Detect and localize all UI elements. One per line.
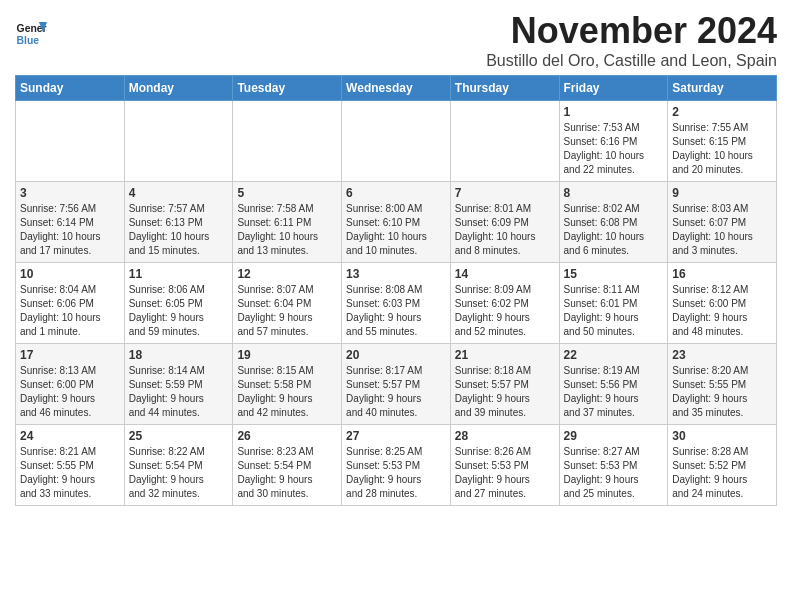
calendar-cell [342, 101, 451, 182]
day-number: 3 [20, 186, 120, 200]
calendar-cell: 1Sunrise: 7:53 AM Sunset: 6:16 PM Daylig… [559, 101, 668, 182]
day-number: 21 [455, 348, 555, 362]
day-info: Sunrise: 8:21 AM Sunset: 5:55 PM Dayligh… [20, 445, 120, 501]
day-number: 5 [237, 186, 337, 200]
calendar-week-1: 1Sunrise: 7:53 AM Sunset: 6:16 PM Daylig… [16, 101, 777, 182]
calendar-cell: 14Sunrise: 8:09 AM Sunset: 6:02 PM Dayli… [450, 263, 559, 344]
calendar-cell [450, 101, 559, 182]
day-info: Sunrise: 8:20 AM Sunset: 5:55 PM Dayligh… [672, 364, 772, 420]
calendar-cell [233, 101, 342, 182]
calendar-cell: 7Sunrise: 8:01 AM Sunset: 6:09 PM Daylig… [450, 182, 559, 263]
calendar-cell: 9Sunrise: 8:03 AM Sunset: 6:07 PM Daylig… [668, 182, 777, 263]
day-info: Sunrise: 8:26 AM Sunset: 5:53 PM Dayligh… [455, 445, 555, 501]
day-number: 26 [237, 429, 337, 443]
calendar-cell: 5Sunrise: 7:58 AM Sunset: 6:11 PM Daylig… [233, 182, 342, 263]
day-info: Sunrise: 8:06 AM Sunset: 6:05 PM Dayligh… [129, 283, 229, 339]
day-info: Sunrise: 8:22 AM Sunset: 5:54 PM Dayligh… [129, 445, 229, 501]
day-info: Sunrise: 8:15 AM Sunset: 5:58 PM Dayligh… [237, 364, 337, 420]
day-info: Sunrise: 8:11 AM Sunset: 6:01 PM Dayligh… [564, 283, 664, 339]
day-number: 4 [129, 186, 229, 200]
day-number: 17 [20, 348, 120, 362]
calendar-cell: 21Sunrise: 8:18 AM Sunset: 5:57 PM Dayli… [450, 344, 559, 425]
day-header-friday: Friday [559, 76, 668, 101]
day-number: 18 [129, 348, 229, 362]
day-number: 14 [455, 267, 555, 281]
day-info: Sunrise: 7:55 AM Sunset: 6:15 PM Dayligh… [672, 121, 772, 177]
day-info: Sunrise: 8:23 AM Sunset: 5:54 PM Dayligh… [237, 445, 337, 501]
calendar-cell: 19Sunrise: 8:15 AM Sunset: 5:58 PM Dayli… [233, 344, 342, 425]
calendar-cell: 20Sunrise: 8:17 AM Sunset: 5:57 PM Dayli… [342, 344, 451, 425]
calendar-week-2: 3Sunrise: 7:56 AM Sunset: 6:14 PM Daylig… [16, 182, 777, 263]
day-number: 6 [346, 186, 446, 200]
calendar-cell: 28Sunrise: 8:26 AM Sunset: 5:53 PM Dayli… [450, 425, 559, 506]
day-number: 1 [564, 105, 664, 119]
calendar-cell: 13Sunrise: 8:08 AM Sunset: 6:03 PM Dayli… [342, 263, 451, 344]
day-info: Sunrise: 8:19 AM Sunset: 5:56 PM Dayligh… [564, 364, 664, 420]
day-number: 16 [672, 267, 772, 281]
day-number: 2 [672, 105, 772, 119]
calendar-cell: 17Sunrise: 8:13 AM Sunset: 6:00 PM Dayli… [16, 344, 125, 425]
day-info: Sunrise: 8:13 AM Sunset: 6:00 PM Dayligh… [20, 364, 120, 420]
day-info: Sunrise: 8:28 AM Sunset: 5:52 PM Dayligh… [672, 445, 772, 501]
day-number: 29 [564, 429, 664, 443]
day-number: 8 [564, 186, 664, 200]
header: General Blue November 2024 Bustillo del … [15, 10, 777, 70]
day-info: Sunrise: 8:00 AM Sunset: 6:10 PM Dayligh… [346, 202, 446, 258]
calendar-cell: 10Sunrise: 8:04 AM Sunset: 6:06 PM Dayli… [16, 263, 125, 344]
day-info: Sunrise: 7:53 AM Sunset: 6:16 PM Dayligh… [564, 121, 664, 177]
calendar-week-4: 17Sunrise: 8:13 AM Sunset: 6:00 PM Dayli… [16, 344, 777, 425]
calendar-cell: 8Sunrise: 8:02 AM Sunset: 6:08 PM Daylig… [559, 182, 668, 263]
day-number: 12 [237, 267, 337, 281]
day-info: Sunrise: 8:09 AM Sunset: 6:02 PM Dayligh… [455, 283, 555, 339]
day-info: Sunrise: 8:02 AM Sunset: 6:08 PM Dayligh… [564, 202, 664, 258]
day-info: Sunrise: 8:14 AM Sunset: 5:59 PM Dayligh… [129, 364, 229, 420]
svg-text:Blue: Blue [17, 35, 40, 46]
day-number: 30 [672, 429, 772, 443]
calendar-cell: 15Sunrise: 8:11 AM Sunset: 6:01 PM Dayli… [559, 263, 668, 344]
calendar-table: SundayMondayTuesdayWednesdayThursdayFrid… [15, 75, 777, 506]
day-info: Sunrise: 8:27 AM Sunset: 5:53 PM Dayligh… [564, 445, 664, 501]
calendar-cell: 23Sunrise: 8:20 AM Sunset: 5:55 PM Dayli… [668, 344, 777, 425]
day-info: Sunrise: 8:07 AM Sunset: 6:04 PM Dayligh… [237, 283, 337, 339]
day-info: Sunrise: 8:25 AM Sunset: 5:53 PM Dayligh… [346, 445, 446, 501]
calendar-week-3: 10Sunrise: 8:04 AM Sunset: 6:06 PM Dayli… [16, 263, 777, 344]
day-number: 25 [129, 429, 229, 443]
calendar-cell: 16Sunrise: 8:12 AM Sunset: 6:00 PM Dayli… [668, 263, 777, 344]
day-info: Sunrise: 7:58 AM Sunset: 6:11 PM Dayligh… [237, 202, 337, 258]
day-info: Sunrise: 7:57 AM Sunset: 6:13 PM Dayligh… [129, 202, 229, 258]
day-number: 24 [20, 429, 120, 443]
location-title: Bustillo del Oro, Castille and Leon, Spa… [486, 52, 777, 70]
day-info: Sunrise: 8:04 AM Sunset: 6:06 PM Dayligh… [20, 283, 120, 339]
calendar-week-5: 24Sunrise: 8:21 AM Sunset: 5:55 PM Dayli… [16, 425, 777, 506]
day-number: 27 [346, 429, 446, 443]
calendar-cell: 26Sunrise: 8:23 AM Sunset: 5:54 PM Dayli… [233, 425, 342, 506]
day-header-wednesday: Wednesday [342, 76, 451, 101]
day-info: Sunrise: 8:12 AM Sunset: 6:00 PM Dayligh… [672, 283, 772, 339]
day-number: 10 [20, 267, 120, 281]
day-info: Sunrise: 8:08 AM Sunset: 6:03 PM Dayligh… [346, 283, 446, 339]
day-number: 11 [129, 267, 229, 281]
month-title: November 2024 [486, 10, 777, 52]
day-number: 7 [455, 186, 555, 200]
calendar-cell: 29Sunrise: 8:27 AM Sunset: 5:53 PM Dayli… [559, 425, 668, 506]
calendar-cell: 22Sunrise: 8:19 AM Sunset: 5:56 PM Dayli… [559, 344, 668, 425]
day-number: 19 [237, 348, 337, 362]
day-info: Sunrise: 8:17 AM Sunset: 5:57 PM Dayligh… [346, 364, 446, 420]
day-number: 28 [455, 429, 555, 443]
day-info: Sunrise: 7:56 AM Sunset: 6:14 PM Dayligh… [20, 202, 120, 258]
calendar-cell: 25Sunrise: 8:22 AM Sunset: 5:54 PM Dayli… [124, 425, 233, 506]
day-header-monday: Monday [124, 76, 233, 101]
calendar-cell: 27Sunrise: 8:25 AM Sunset: 5:53 PM Dayli… [342, 425, 451, 506]
day-header-saturday: Saturday [668, 76, 777, 101]
day-info: Sunrise: 8:01 AM Sunset: 6:09 PM Dayligh… [455, 202, 555, 258]
day-number: 23 [672, 348, 772, 362]
calendar-cell: 30Sunrise: 8:28 AM Sunset: 5:52 PM Dayli… [668, 425, 777, 506]
calendar-cell: 18Sunrise: 8:14 AM Sunset: 5:59 PM Dayli… [124, 344, 233, 425]
day-header-sunday: Sunday [16, 76, 125, 101]
calendar-cell: 6Sunrise: 8:00 AM Sunset: 6:10 PM Daylig… [342, 182, 451, 263]
calendar-cell: 24Sunrise: 8:21 AM Sunset: 5:55 PM Dayli… [16, 425, 125, 506]
day-number: 9 [672, 186, 772, 200]
calendar-cell: 4Sunrise: 7:57 AM Sunset: 6:13 PM Daylig… [124, 182, 233, 263]
day-number: 22 [564, 348, 664, 362]
calendar-cell [124, 101, 233, 182]
